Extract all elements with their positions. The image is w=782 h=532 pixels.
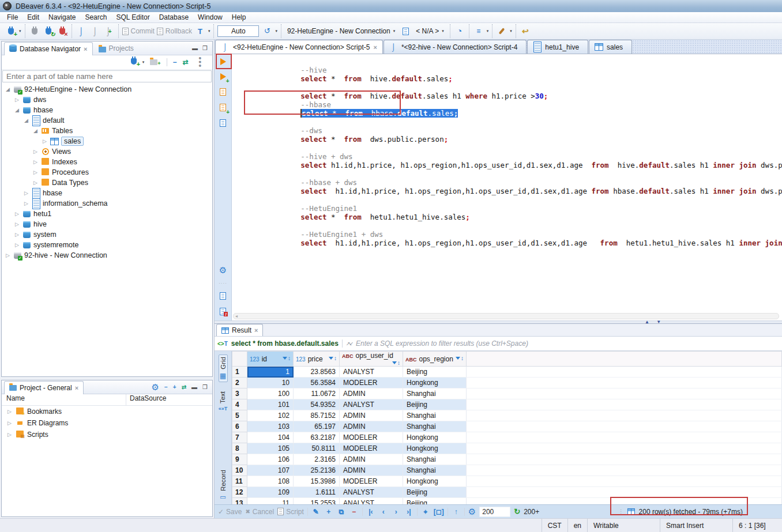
expander-icon[interactable]: ▷ — [14, 211, 20, 217]
link-with-editor-icon[interactable]: ⇄ — [183, 58, 189, 66]
connect-button[interactable] — [29, 25, 40, 37]
cell-price[interactable]: 2.3165 — [294, 454, 340, 465]
cell-ops-region[interactable]: Hongkong — [403, 443, 467, 454]
tree-item[interactable]: ▷ hive — [2, 219, 212, 229]
editor-tab[interactable]: sales — [589, 40, 632, 54]
row-number-cell[interactable]: 13 — [232, 498, 247, 505]
row-number-cell[interactable]: 4 — [232, 399, 247, 410]
minimize-panel-icon[interactable]: ▬ — [192, 45, 198, 51]
tree-item[interactable]: ▷ Indexes — [2, 157, 212, 167]
disconnect-button[interactable] — [57, 25, 68, 37]
cell-ops-user-id[interactable]: MODELER — [340, 432, 403, 443]
filter-sort-icon[interactable]: ↕ — [329, 355, 337, 361]
dashboard-button[interactable]: ◔ — [454, 25, 465, 37]
delete-row-button[interactable]: − — [349, 508, 359, 516]
previous-page-button[interactable]: ‹ — [379, 508, 388, 516]
export-resultset-button[interactable]: ↑ — [452, 508, 461, 516]
expander-icon[interactable]: ▷ — [14, 242, 20, 248]
active-filter-query[interactable]: select * from hbase.default.sales — [231, 339, 339, 348]
cell-ops-user-id[interactable]: ADMIN — [340, 410, 403, 421]
tree-item[interactable]: ▷ system — [2, 229, 212, 240]
cell-ops-region[interactable]: Beijing — [403, 399, 467, 410]
maximize-panel-icon[interactable]: ❒ — [202, 384, 208, 390]
cell-price[interactable]: 25.2136 — [294, 465, 340, 476]
project-expand-icon[interactable]: + — [173, 384, 176, 390]
project-item[interactable]: ▷ Scripts — [2, 429, 212, 440]
column-name[interactable]: Name — [2, 394, 126, 405]
cell-ops-region[interactable]: Hongkong — [403, 378, 467, 388]
code-line[interactable]: select * from hive.default.sales; — [249, 66, 782, 74]
menu-item[interactable]: Window — [193, 12, 227, 22]
project-settings-gear-icon[interactable]: ⚙ — [152, 383, 159, 391]
nav-new-folder-button[interactable]: + — [150, 58, 160, 67]
expand-filter-icon[interactable]: ↗↙ — [346, 341, 352, 346]
expander-icon[interactable]: ▷ — [32, 169, 39, 175]
menu-item[interactable]: Navigate — [44, 12, 80, 22]
fetch-size-input[interactable] — [479, 507, 510, 517]
tree-item[interactable]: ▷ hetu1 — [2, 209, 212, 219]
tab-projects[interactable]: Projects — [94, 42, 138, 55]
code-line[interactable]: select * from dws.public.person; — [249, 126, 782, 135]
project-item[interactable]: ▷ Bookmarks — [2, 406, 212, 417]
cell-ops-user-id[interactable]: ANALYST — [340, 399, 403, 410]
editor-result-sash[interactable]: ▲ ▼ — [215, 320, 782, 324]
cell-ops-user-id[interactable]: ANALYST — [340, 487, 403, 498]
expander-icon[interactable]: ◢ — [23, 118, 29, 123]
cell-id[interactable]: 107 — [247, 465, 294, 476]
expander-icon[interactable]: ▷ — [42, 138, 48, 144]
cell-ops-user-id[interactable]: ANALYST — [340, 498, 403, 505]
cell-ops-region[interactable]: Beijing — [403, 487, 467, 498]
nav-new-connection-caret-icon[interactable]: ▾ — [142, 60, 145, 65]
save-button[interactable]: ✓Save — [218, 508, 242, 516]
editor-settings-gear-icon[interactable]: ⚙ — [219, 266, 227, 274]
export-from-query-button[interactable] — [220, 292, 226, 301]
rollback-button[interactable]: Rollback — [157, 27, 192, 35]
status-caret-position[interactable]: 6 : 1 [36] — [732, 519, 782, 532]
cell-id[interactable]: 109 — [247, 487, 294, 498]
expander-icon[interactable]: ▷ — [32, 149, 39, 154]
row-number-cell[interactable]: 6 — [232, 421, 247, 432]
cell-price[interactable]: 1.6111 — [294, 487, 340, 498]
cell-id[interactable]: 102 — [247, 410, 294, 421]
menu-item[interactable]: Search — [80, 12, 111, 22]
cell-id[interactable]: 10 — [247, 378, 294, 388]
filter-expression-input[interactable]: Enter a SQL expression to filter results… — [356, 339, 528, 348]
table-filter-input[interactable] — [2, 70, 212, 82]
cell-ops-user-id[interactable]: MODELER — [340, 378, 403, 388]
expander-icon[interactable]: ▷ — [6, 409, 13, 414]
cell-id[interactable]: 100 — [247, 388, 294, 399]
menu-item[interactable]: Help — [227, 12, 251, 22]
code-line[interactable]: --HetuEngine1 + dws — [249, 221, 782, 230]
sash-collapse-icons[interactable]: ▲ ▼ — [645, 319, 664, 325]
commit-button[interactable]: Commit — [122, 27, 155, 35]
execute-statement-button[interactable] — [220, 58, 226, 67]
tab-project-general[interactable]: Project - General × — [4, 381, 84, 394]
expander-icon[interactable]: ◢ — [14, 107, 20, 113]
cell-id[interactable]: 104 — [247, 432, 294, 443]
menu-item[interactable]: SQL Editor — [111, 12, 154, 22]
cell-ops-user-id[interactable]: ADMIN — [340, 465, 403, 476]
fetch-more-label[interactable]: 200+ — [524, 508, 539, 516]
cell-id[interactable]: 108 — [247, 476, 294, 487]
menu-item[interactable]: Edit — [22, 12, 44, 22]
column-header-id[interactable]: 123id↕ — [247, 352, 294, 367]
cell-price[interactable]: 15.2553 — [294, 498, 340, 505]
expander-icon[interactable]: ◢ — [5, 86, 11, 92]
tree-item[interactable]: ◢ default — [2, 115, 212, 126]
first-page-button[interactable]: |‹ — [366, 508, 375, 516]
execute-script-button[interactable] — [220, 88, 226, 97]
cancel-button[interactable]: ✖Cancel — [245, 508, 274, 516]
new-connection-button[interactable] — [5, 25, 17, 37]
editor-tab[interactable]: *<92-hive - New Connection> Script-4 — [384, 40, 527, 54]
cell-ops-region[interactable]: Beijing — [403, 498, 467, 505]
tree-item[interactable]: ▷ Views — [2, 146, 212, 157]
close-icon[interactable]: × — [254, 327, 258, 334]
cell-ops-user-id[interactable]: MODELER — [340, 443, 403, 454]
result-settings-gear-icon[interactable]: ⚙ — [468, 508, 476, 516]
cell-ops-region[interactable]: Shanghai — [403, 421, 467, 432]
project-item[interactable]: ▷ ER Diagrams — [2, 417, 212, 429]
cell-price[interactable]: 15.3986 — [294, 476, 340, 487]
minimize-panel-icon[interactable]: ▬ — [191, 384, 197, 390]
row-number-cell[interactable]: 3 — [232, 388, 247, 399]
expander-icon[interactable]: ▷ — [5, 252, 11, 258]
